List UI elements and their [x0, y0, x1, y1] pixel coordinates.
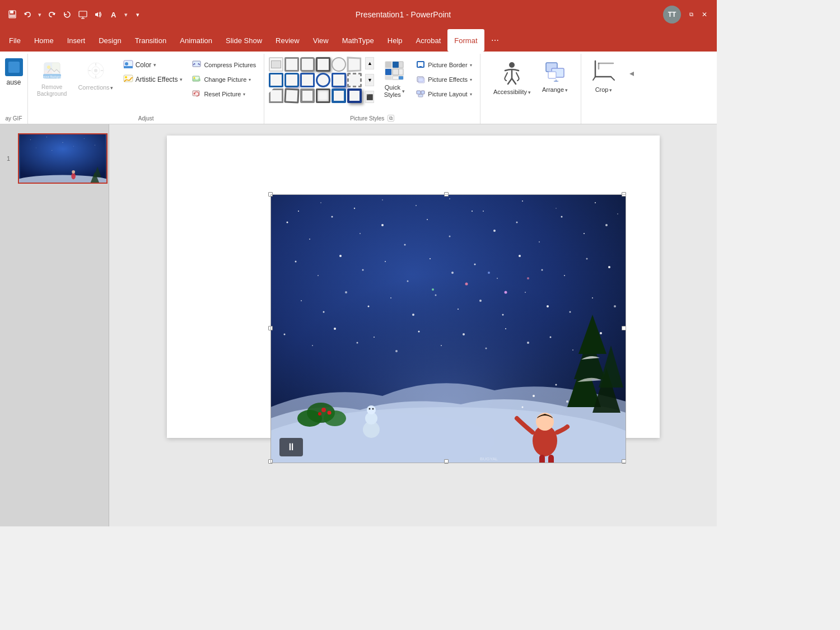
menu-file[interactable]: File: [2, 29, 27, 52]
redo-button[interactable]: [46, 9, 57, 20]
menu-animation[interactable]: Animation: [173, 29, 219, 52]
svg-point-124: [367, 306, 369, 307]
handle-mr[interactable]: [622, 326, 626, 330]
style-swatch-4[interactable]: [316, 57, 330, 72]
font-arrow[interactable]: ▾: [124, 11, 128, 18]
change-picture-button[interactable]: Change Picture ▾: [188, 73, 259, 86]
menu-insert[interactable]: Insert: [60, 29, 92, 52]
picture-effects-button[interactable]: Picture Effects ▾: [412, 73, 475, 86]
picture-tools-group: Compress Pictures Change Picture ▾: [188, 58, 259, 101]
compress-pictures-button[interactable]: Compress Pictures: [188, 58, 259, 72]
replay-button[interactable]: [62, 9, 73, 20]
style-swatch-11[interactable]: [332, 73, 346, 87]
collapse-arrow[interactable]: ◂: [627, 56, 636, 90]
canvas-area: BUGYAL ⏸: [109, 124, 717, 526]
style-swatch-9[interactable]: [300, 73, 315, 87]
remove-background-button[interactable]: Remove Background RemoveBackground: [32, 56, 71, 101]
present-button[interactable]: [77, 9, 88, 20]
user-avatar[interactable]: TT: [663, 6, 681, 24]
style-swatch-6[interactable]: [347, 57, 362, 72]
quick-styles-label: QuickStyles: [384, 84, 401, 99]
menu-more[interactable]: ⋯: [484, 29, 506, 52]
handle-tc[interactable]: [444, 192, 449, 197]
window-controls[interactable]: ⧉ ✕: [685, 9, 710, 20]
style-swatch-14[interactable]: [284, 88, 300, 103]
menu-view[interactable]: View: [306, 29, 335, 52]
handle-bc[interactable]: [444, 459, 449, 464]
undo-button[interactable]: [22, 9, 34, 20]
style-swatch-2[interactable]: [284, 57, 299, 72]
style-swatch-1[interactable]: [269, 57, 283, 72]
svg-text:BUGYAL: BUGYAL: [480, 456, 498, 461]
picture-element[interactable]: BUGYAL ⏸: [270, 194, 626, 463]
svg-rect-44: [399, 76, 403, 80]
svg-point-108: [339, 255, 342, 257]
menu-help[interactable]: Help: [381, 29, 409, 52]
handle-br[interactable]: [622, 459, 626, 464]
menu-mathtype[interactable]: MathType: [335, 29, 381, 52]
svg-line-62: [593, 77, 595, 80]
svg-point-184: [521, 407, 523, 408]
gallery-more[interactable]: ⬛: [365, 91, 374, 103]
blue-box-icon: [5, 58, 23, 76]
undo-arrow[interactable]: ▾: [38, 11, 41, 18]
handle-tr[interactable]: [622, 192, 626, 197]
style-swatch-13[interactable]: [269, 88, 283, 103]
pause-overlay[interactable]: ⏸: [279, 438, 303, 456]
handle-ml[interactable]: [268, 326, 273, 330]
accessibility-button[interactable]: Accessibility ▾: [489, 56, 535, 99]
style-swatch-8[interactable]: [284, 73, 299, 87]
reset-arrow: ▾: [243, 92, 245, 97]
color-button[interactable]: Color ▾: [120, 58, 186, 72]
style-swatch-17[interactable]: [332, 88, 346, 103]
style-swatch-10[interactable]: [316, 73, 330, 87]
quick-styles-button[interactable]: QuickStyles ▾: [379, 56, 410, 102]
menu-review[interactable]: Review: [269, 29, 306, 52]
corrections-button[interactable]: Corrections ▾: [73, 56, 117, 95]
close-button[interactable]: ✕: [699, 9, 710, 20]
speaker-button[interactable]: [93, 9, 104, 20]
artistic-effects-button[interactable]: Artistic Effects ▾: [120, 73, 186, 86]
adjust-label: Adjust: [32, 115, 259, 124]
slide-thumbnail[interactable]: [18, 133, 108, 184]
style-swatch-7[interactable]: [269, 73, 283, 87]
menu-slideshow[interactable]: Slide Show: [219, 29, 269, 52]
style-swatch-5[interactable]: [332, 57, 346, 72]
ribbon-group-adjust: Remove Background RemoveBackground: [28, 54, 264, 124]
menu-home[interactable]: Home: [27, 29, 60, 52]
arrange-button[interactable]: Arrange ▾: [538, 56, 572, 97]
quick-access-more[interactable]: ▾: [132, 9, 143, 20]
style-swatch-15[interactable]: [300, 88, 315, 103]
reset-picture-button[interactable]: Reset Picture ▾: [188, 87, 259, 101]
menu-format[interactable]: Format: [447, 29, 484, 52]
gallery-down[interactable]: ▼: [365, 74, 374, 86]
gallery-up[interactable]: ▲: [365, 57, 374, 69]
svg-point-97: [427, 219, 428, 220]
restore-button[interactable]: ⧉: [685, 9, 697, 20]
svg-rect-39: [385, 69, 391, 75]
svg-point-161: [297, 410, 322, 427]
style-swatch-18[interactable]: [347, 88, 362, 103]
font-button[interactable]: A: [109, 9, 120, 20]
svg-point-182: [555, 384, 557, 386]
svg-rect-10: [52, 63, 60, 71]
svg-point-109: [362, 269, 363, 271]
svg-point-103: [561, 216, 562, 218]
menu-acrobat[interactable]: Acrobat: [409, 29, 448, 52]
style-swatch-16[interactable]: [316, 88, 330, 103]
svg-point-135: [614, 305, 616, 307]
style-swatch-12[interactable]: [347, 73, 362, 87]
save-button[interactable]: [7, 9, 18, 20]
svg-rect-27: [193, 61, 200, 67]
svg-point-118: [564, 275, 565, 276]
crop-button[interactable]: Crop ▾: [587, 56, 620, 97]
menu-transition[interactable]: Transition: [128, 29, 174, 52]
picture-layout-button[interactable]: Picture Layout ▾: [412, 87, 475, 101]
picture-border-button[interactable]: Picture Border ▾: [412, 58, 475, 72]
style-swatch-3[interactable]: [300, 57, 315, 72]
svg-point-129: [479, 300, 482, 302]
menu-design[interactable]: Design: [92, 29, 128, 52]
handle-bl[interactable]: [268, 459, 273, 464]
handle-tl[interactable]: [268, 192, 273, 197]
picture-styles-expand[interactable]: ⧉: [388, 115, 394, 122]
